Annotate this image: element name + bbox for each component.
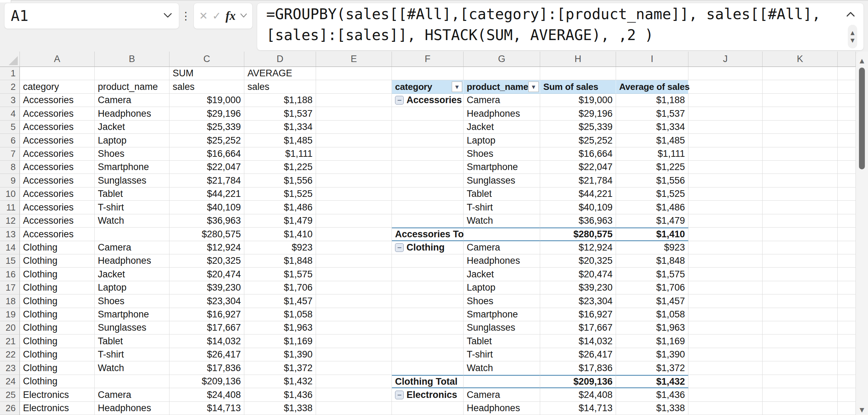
cell-B26[interactable]: Headphones: [95, 402, 169, 415]
cell-C19[interactable]: $16,927: [169, 308, 244, 321]
cell-H15[interactable]: $20,325: [540, 254, 616, 268]
cell-F23[interactable]: [392, 361, 464, 375]
cell-K9[interactable]: [763, 174, 838, 187]
cell-H12[interactable]: $36,963: [540, 214, 616, 228]
cell-K12[interactable]: [763, 214, 838, 228]
cell-I24[interactable]: $1,432: [616, 375, 688, 388]
cell-E2[interactable]: [316, 80, 392, 94]
column-header-H[interactable]: H: [540, 52, 616, 67]
cell-F17[interactable]: [392, 281, 464, 294]
cell-D1[interactable]: AVERAGE: [244, 67, 316, 80]
cell-H17[interactable]: $39,230: [540, 281, 616, 294]
cell-J23[interactable]: [688, 361, 763, 375]
cell-D6[interactable]: $1,485: [244, 134, 316, 147]
cell-I16[interactable]: $1,575: [616, 268, 688, 281]
cell-J18[interactable]: [688, 294, 763, 308]
cell-J24[interactable]: [688, 375, 763, 388]
cell-B23[interactable]: Watch: [95, 361, 169, 375]
cell-D23[interactable]: $1,372: [244, 361, 316, 375]
cell-F12[interactable]: [392, 214, 464, 228]
cell-I25[interactable]: $1,436: [616, 388, 688, 402]
cell-overflow10[interactable]: [838, 187, 856, 201]
cell-E11[interactable]: [316, 201, 392, 214]
cell-J21[interactable]: [688, 335, 763, 348]
cell-K26[interactable]: [763, 402, 838, 415]
cell-A7[interactable]: Accessories: [20, 147, 95, 161]
cell-J15[interactable]: [688, 254, 763, 268]
cell-G10[interactable]: Tablet: [464, 187, 540, 201]
cell-K22[interactable]: [763, 348, 838, 361]
cell-D21[interactable]: $1,169: [244, 335, 316, 348]
cell-J3[interactable]: [688, 94, 763, 107]
column-header-I[interactable]: I: [616, 52, 688, 67]
cell-F8[interactable]: [392, 161, 464, 174]
cell-K8[interactable]: [763, 161, 838, 174]
row-header-16[interactable]: 16: [0, 268, 20, 281]
cell-overflow12[interactable]: [838, 214, 856, 228]
cell-I4[interactable]: $1,537: [616, 107, 688, 121]
cell-A4[interactable]: Accessories: [20, 107, 95, 121]
cell-overflow16[interactable]: [838, 268, 856, 281]
row-header-7[interactable]: 7: [0, 147, 20, 161]
cell-I26[interactable]: $1,338: [616, 402, 688, 415]
cell-B4[interactable]: Headphones: [95, 107, 169, 121]
cell-I14[interactable]: $923: [616, 241, 688, 254]
cell-G4[interactable]: Headphones: [464, 107, 540, 121]
cell-J6[interactable]: [688, 134, 763, 147]
cell-J26[interactable]: [688, 402, 763, 415]
cell-B5[interactable]: Jacket: [95, 121, 169, 134]
cell-H9[interactable]: $21,784: [540, 174, 616, 187]
cell-B22[interactable]: T-shirt: [95, 348, 169, 361]
cell-G9[interactable]: Sunglasses: [464, 174, 540, 187]
collapse-formula-bar-icon[interactable]: [846, 11, 855, 18]
column-header-J[interactable]: J: [688, 52, 763, 67]
cell-G12[interactable]: Watch: [464, 214, 540, 228]
filter-button-product-name[interactable]: ▼: [528, 82, 539, 92]
cell-E9[interactable]: [316, 174, 392, 187]
cell-A2[interactable]: category: [20, 80, 95, 94]
cell-G8[interactable]: Smartphone: [464, 161, 540, 174]
row-header-12[interactable]: 12: [0, 214, 20, 228]
cell-K4[interactable]: [763, 107, 838, 121]
cell-G7[interactable]: Shoes: [464, 147, 540, 161]
collapse-group-button[interactable]: −: [395, 96, 404, 105]
cell-D5[interactable]: $1,334: [244, 121, 316, 134]
cell-F25[interactable]: −Electronics: [392, 388, 464, 402]
cell-A14[interactable]: Clothing: [20, 241, 95, 254]
collapse-group-button[interactable]: −: [395, 391, 404, 399]
cell-I12[interactable]: $1,479: [616, 214, 688, 228]
cell-E3[interactable]: [316, 94, 392, 107]
cell-B20[interactable]: Sunglasses: [95, 321, 169, 335]
cell-H14[interactable]: $12,924: [540, 241, 616, 254]
cell-overflow26[interactable]: [838, 402, 856, 415]
column-header-B[interactable]: B: [95, 52, 169, 67]
cell-D18[interactable]: $1,457: [244, 294, 316, 308]
cell-overflow14[interactable]: [838, 241, 856, 254]
cell-H13[interactable]: $280,575: [540, 228, 616, 241]
cell-F9[interactable]: [392, 174, 464, 187]
cell-K1[interactable]: [763, 67, 838, 80]
cell-K16[interactable]: [763, 268, 838, 281]
cell-G16[interactable]: Jacket: [464, 268, 540, 281]
cell-I17[interactable]: $1,706: [616, 281, 688, 294]
cell-overflow17[interactable]: [838, 281, 856, 294]
cell-E19[interactable]: [316, 308, 392, 321]
cell-G19[interactable]: Smartphone: [464, 308, 540, 321]
row-header-15[interactable]: 15: [0, 254, 20, 268]
cell-K25[interactable]: [763, 388, 838, 402]
cell-I2[interactable]: Average of sales: [616, 80, 688, 94]
cell-E10[interactable]: [316, 187, 392, 201]
cell-D25[interactable]: $1,436: [244, 388, 316, 402]
cell-overflow24[interactable]: [838, 375, 856, 388]
cell-J17[interactable]: [688, 281, 763, 294]
cell-H10[interactable]: $44,221: [540, 187, 616, 201]
cell-K13[interactable]: [763, 228, 838, 241]
cell-overflow6[interactable]: [838, 134, 856, 147]
cell-J19[interactable]: [688, 308, 763, 321]
cell-D24[interactable]: $1,432: [244, 375, 316, 388]
column-header-E[interactable]: E: [316, 52, 392, 67]
cell-D17[interactable]: $1,706: [244, 281, 316, 294]
cell-C8[interactable]: $22,047: [169, 161, 244, 174]
column-header-D[interactable]: D: [244, 52, 316, 67]
cell-E17[interactable]: [316, 281, 392, 294]
